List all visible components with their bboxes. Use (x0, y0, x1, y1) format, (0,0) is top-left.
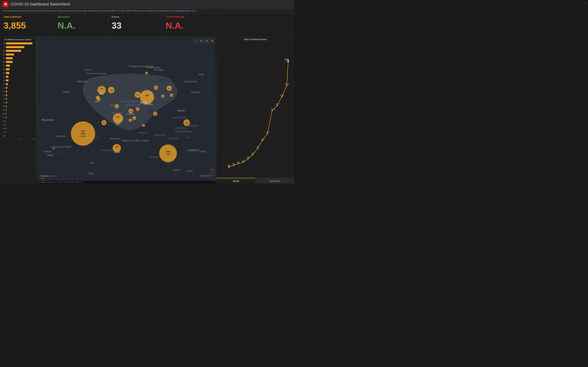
svg-point-134 (233, 165, 234, 166)
deaths-value: 33 (112, 21, 158, 31)
canton-row: GR (1, 71, 35, 75)
svg-point-100 (53, 148, 55, 150)
canton-bar-chart: Confirmed Cases per Canton VDTIZHBEVSBSB… (0, 37, 36, 184)
svg-text:0: 0 (58, 151, 59, 153)
canton-bar (6, 83, 8, 85)
svg-text:372: 372 (242, 159, 245, 162)
canton-row: SG (1, 79, 35, 82)
svg-text:Bern: Bern (116, 123, 120, 125)
svg-text:Konstanz: Konstanz (154, 68, 164, 71)
chart-area: 4.5k 4k 3.5k 3k 2.5k 2k 1.5k 1k 500 0 9 … (216, 41, 294, 178)
canton-row: TG (1, 94, 35, 97)
canton-bar (6, 113, 6, 115)
svg-text:AUSSERRHODEN: AUSSERRHODEN (175, 130, 193, 133)
svg-text:SCHWYZ: SCHWYZ (138, 132, 147, 134)
canton-label: GR (1, 72, 5, 74)
feedback-link[interactable]: lunge@ddrobotec.com (174, 9, 196, 12)
svg-text:Sion: Sion (90, 162, 95, 164)
canton-bar (6, 87, 7, 89)
canton-bar (6, 109, 6, 111)
svg-point-146 (262, 140, 263, 141)
svg-text:GLARUS: GLARUS (168, 137, 178, 140)
svg-text:BASLE COUNTRYSIDE: BASLE COUNTRYSIDE (119, 100, 142, 103)
canton-label: VD (1, 42, 5, 44)
canton-label: BL (1, 65, 5, 67)
recovered-label: Recovered (58, 16, 104, 18)
total-confirmed-value: 3,855 (3, 21, 50, 31)
right-panel: ✕ Total Confirmed Cases 4.5k 4k 3.5k 3k (216, 37, 294, 184)
svg-text:232: 232 (115, 146, 118, 148)
svg-text:VAUD: VAUD (80, 133, 86, 135)
canton-row: ZH (1, 49, 35, 52)
canton-label: SZ (1, 98, 5, 100)
svg-text:27: 27 (100, 92, 102, 94)
map-attribution: Esri, HERE, Garmin, FAO, NOAA, USGS | Es… (36, 181, 216, 184)
canton-label: TI (1, 46, 5, 48)
canton-row: GE (1, 134, 35, 137)
canton-bar-container (6, 61, 35, 63)
canton-label: ZH (1, 50, 5, 52)
canton-bar (6, 117, 6, 118)
canton-bar-container (6, 105, 35, 107)
svg-text:Neuchatel: Neuchatel (110, 137, 120, 140)
canton-bar (6, 46, 24, 48)
svg-text:526: 526 (145, 94, 149, 97)
canton-bar-container (6, 72, 35, 74)
canton-bar (6, 94, 7, 96)
canton-bar (6, 61, 12, 63)
canton-label: SG (1, 79, 5, 81)
list-button[interactable]: ☰ (199, 39, 204, 43)
canton-bar-container (6, 57, 35, 59)
canton-label: ZG (1, 109, 5, 111)
canton-bar (6, 98, 7, 100)
canton-bar-container (6, 109, 35, 111)
canton-label: BE (1, 54, 5, 56)
svg-text:TICINO: TICINO (149, 156, 160, 159)
stat-chart-area (216, 14, 294, 37)
svg-text:SWITZERLAND: SWITZERLAND (121, 139, 149, 142)
canton-bar-container (6, 83, 35, 85)
canton-bar-container (6, 124, 35, 126)
canton-bar-container (6, 76, 35, 78)
home-button[interactable]: ⌂ (194, 39, 198, 43)
svg-point-150 (271, 110, 273, 111)
line-chart-svg: 4.5k 4k 3.5k 3k 2.5k 2k 1.5k 1k 500 0 9 … (225, 43, 292, 174)
canton-bar-container (6, 46, 35, 48)
canton-bars-container: VDTIZHBEVSBSBLNEGRAGSGFRLUSOTGSZJUNWZGOW… (1, 42, 35, 137)
total-confirmed-label: Total Confirmed (3, 16, 50, 18)
svg-text:490: 490 (247, 156, 250, 158)
canton-label: AI (1, 131, 5, 133)
svg-text:Vaduz: Vaduz (177, 109, 185, 112)
canton-label: NW (1, 105, 5, 107)
svg-text:139: 139 (110, 89, 113, 91)
zoom-out-button[interactable]: − (210, 173, 215, 178)
chart-title: Total Confirmed Cases (216, 37, 294, 41)
tab-actual[interactable]: Actual (216, 178, 255, 184)
svg-text:Geneva: Geneva (47, 154, 54, 156)
canton-bar (6, 76, 8, 78)
deaths-label: Deaths (112, 16, 158, 18)
svg-text:Belfort: Belfort (63, 91, 70, 93)
canton-row: SO (1, 90, 35, 93)
svg-text:URI: URI (187, 136, 190, 139)
swiss-flag (3, 1, 8, 7)
canton-row: AG (1, 75, 35, 78)
canton-label: JU (1, 102, 5, 104)
grid-button[interactable]: ⊞ (210, 39, 215, 43)
canton-row: FR (1, 83, 35, 86)
svg-text:Colmar: Colmar (84, 68, 92, 71)
canton-row: SZ (1, 97, 35, 100)
stat-tests: Tests Performed N.A. (162, 14, 216, 37)
svg-text:Tirano: Tirano (199, 150, 206, 153)
svg-text:8: 8 (146, 73, 147, 74)
canton-label: AG (1, 76, 5, 78)
zoom-in-button[interactable]: + (210, 168, 215, 173)
svg-point-156 (286, 85, 287, 86)
canton-row: SH (1, 127, 35, 130)
canton-label: VS (1, 57, 5, 59)
canton-bar-container (6, 117, 35, 118)
canton-row: BS (1, 60, 35, 63)
tab-logarithmic[interactable]: Logarithmic (255, 178, 294, 184)
svg-point-56 (113, 113, 123, 124)
layers-button[interactable]: ⧉ (204, 39, 209, 43)
